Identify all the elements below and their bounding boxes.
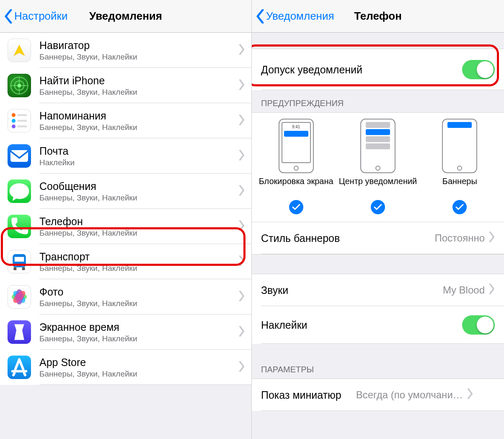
alert-option-banners[interactable]: Баннеры	[419, 119, 500, 214]
chevron-right-icon	[239, 326, 245, 338]
banner-preview-icon	[442, 119, 477, 173]
section-gap	[252, 254, 504, 274]
app-sub: Наклейки	[39, 158, 239, 167]
svg-rect-6	[18, 114, 27, 116]
chevron-right-icon	[239, 185, 245, 197]
messages-icon	[8, 179, 31, 203]
chevron-right-icon	[239, 114, 245, 127]
alert-label: Центр уведомлений	[339, 177, 417, 197]
app-row-transit[interactable]: Транспорт Баннеры, Звуки, Наклейки	[0, 244, 251, 279]
alert-option-lock[interactable]: 9:41 Блокировка экрана	[256, 119, 336, 214]
chevron-left-icon	[4, 9, 13, 23]
app-row-phone[interactable]: Телефон Баннеры, Звуки, Наклейки	[0, 209, 251, 244]
back-label: Настройки	[14, 10, 68, 23]
preview-time: 9:41	[292, 125, 300, 129]
header: Уведомления Телефон	[252, 0, 504, 33]
app-title: Почта	[39, 145, 239, 157]
app-row-appstore[interactable]: App Store Баннеры, Звуки, Наклейки	[0, 350, 251, 385]
alert-style-row: 9:41 Блокировка экрана Центр уведомлений	[252, 112, 504, 222]
app-sub: Баннеры, Звуки, Наклейки	[39, 193, 239, 203]
chevron-right-icon	[239, 361, 245, 374]
sounds-cell[interactable]: Звуки My Blood	[252, 274, 504, 306]
svg-point-5	[12, 113, 16, 117]
sounds-label: Звуки	[261, 284, 443, 296]
banner-style-label: Стиль баннеров	[261, 232, 434, 244]
chevron-right-icon	[239, 255, 245, 268]
app-list: Навигатор Баннеры, Звуки, Наклейки Найти…	[0, 33, 251, 385]
svg-rect-11	[10, 150, 28, 162]
app-sub: Баннеры, Звуки, Наклейки	[39, 264, 239, 273]
allow-switch[interactable]	[462, 60, 495, 79]
app-row-mail[interactable]: Почта Наклейки	[0, 138, 251, 174]
previews-value: Всегда (по умолчани…	[346, 389, 463, 401]
app-title: Телефон	[39, 215, 239, 228]
back-button[interactable]: Уведомления	[252, 9, 334, 23]
svg-rect-17	[22, 268, 25, 270]
app-row-messages[interactable]: Сообщения Баннеры, Звуки, Наклейки	[0, 174, 251, 209]
check-icon[interactable]	[371, 200, 385, 214]
alerts-header: ПРЕДУПРЕЖДЕНИЯ	[252, 90, 504, 112]
app-row-reminders[interactable]: Напоминания Баннеры, Звуки, Наклейки	[0, 103, 251, 138]
transit-icon	[8, 250, 31, 273]
allow-label: Допуск уведомлений	[261, 64, 462, 76]
chevron-left-icon	[256, 9, 264, 23]
check-icon[interactable]	[289, 200, 303, 214]
previews-cell[interactable]: Показ миниатюр Всегда (по умолчани…	[252, 379, 504, 411]
reminders-icon	[8, 109, 31, 132]
svg-point-7	[12, 119, 16, 123]
back-label: Уведомления	[266, 10, 334, 23]
app-sub: Баннеры, Звуки, Наклейки	[39, 334, 239, 343]
appstore-icon	[8, 356, 31, 379]
screentime-icon	[8, 320, 31, 344]
chevron-right-icon	[239, 150, 245, 162]
svg-point-14	[15, 264, 17, 266]
alert-label: Баннеры	[442, 177, 477, 197]
navigator-icon	[8, 39, 31, 62]
allow-section: Допуск уведомлений	[252, 49, 504, 90]
app-title: Напоминания	[39, 109, 239, 122]
app-title: Навигатор	[39, 39, 239, 52]
app-row-find-iphone[interactable]: Найти iPhone Баннеры, Звуки, Наклейки	[0, 68, 251, 103]
sounds-value: My Blood	[443, 284, 485, 296]
app-sub: Баннеры, Звуки, Наклейки	[39, 52, 239, 62]
app-row-navigator[interactable]: Навигатор Баннеры, Звуки, Наклейки	[0, 33, 251, 68]
chevron-right-icon	[239, 44, 245, 57]
badges-label: Наклейки	[261, 319, 462, 331]
phone-notification-settings-screen: Уведомления Телефон Допуск уведомлений П…	[252, 0, 504, 439]
params-header: ПАРАМЕТРЫ	[252, 344, 504, 379]
svg-point-9	[12, 125, 16, 128]
app-title: Найти iPhone	[39, 74, 239, 87]
app-row-screentime[interactable]: Экранное время Баннеры, Звуки, Наклейки	[0, 314, 251, 350]
allow-notifications-cell[interactable]: Допуск уведомлений	[252, 49, 504, 90]
banner-style-cell[interactable]: Стиль баннеров Постоянно	[252, 222, 504, 254]
app-sub: Баннеры, Звуки, Наклейки	[39, 369, 239, 379]
app-sub: Баннеры, Звуки, Наклейки	[39, 229, 239, 238]
phone-icon	[8, 215, 31, 238]
app-title: Транспорт	[39, 250, 239, 263]
chevron-right-icon	[489, 283, 495, 297]
lock-preview-icon: 9:41	[279, 119, 314, 173]
app-sub: Баннеры, Звуки, Наклейки	[39, 123, 239, 132]
chevron-right-icon	[239, 291, 245, 303]
app-sub: Баннеры, Звуки, Наклейки	[39, 88, 239, 97]
chevron-right-icon	[239, 79, 245, 92]
svg-point-15	[21, 264, 23, 266]
svg-rect-10	[18, 125, 27, 127]
svg-rect-16	[14, 268, 17, 270]
chevron-right-icon	[239, 220, 245, 233]
find-iphone-icon	[8, 74, 31, 97]
badges-cell[interactable]: Наклейки	[252, 306, 504, 344]
alert-option-center[interactable]: Центр уведомлений	[337, 119, 418, 214]
back-button[interactable]: Настройки	[0, 9, 68, 23]
banner-style-value: Постоянно	[434, 232, 485, 244]
notifications-list-screen: Настройки Уведомления Навигатор Баннеры,…	[0, 0, 252, 439]
check-icon[interactable]	[452, 200, 467, 214]
chevron-right-icon	[489, 231, 495, 245]
svg-rect-13	[15, 257, 24, 262]
app-row-photos[interactable]: Фото Баннеры, Звуки, Наклейки	[0, 279, 251, 314]
photos-icon	[8, 285, 31, 309]
app-title: Экранное время	[39, 321, 239, 333]
app-title: Фото	[39, 286, 239, 298]
badges-switch[interactable]	[462, 315, 495, 335]
previews-label: Показ миниатюр	[261, 389, 341, 401]
